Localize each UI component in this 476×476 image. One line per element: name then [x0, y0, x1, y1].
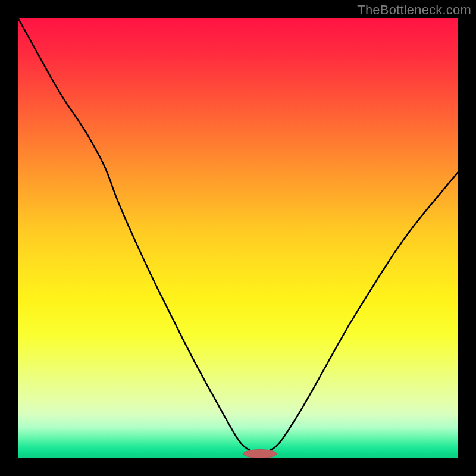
- watermark-label: TheBottleneck.com: [357, 2, 471, 18]
- plot-area: [18, 18, 458, 458]
- curve-svg: [18, 18, 458, 458]
- bottleneck-curve: [18, 18, 458, 453]
- optimum-marker: [243, 450, 277, 458]
- chart-frame: TheBottleneck.com: [0, 0, 476, 476]
